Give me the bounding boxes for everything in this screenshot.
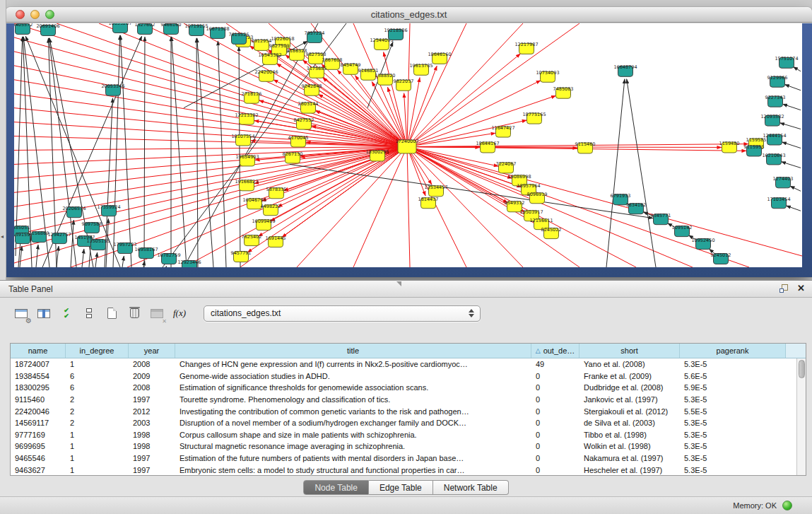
table-row[interactable]: 946554611997Estimation of the future num… — [11, 452, 796, 465]
table-cell[interactable]: Embryonic stem cells: a model to study s… — [175, 466, 531, 474]
table-cell[interactable]: Yano et al. (2008) — [579, 360, 680, 368]
table-cell[interactable]: Estimation of significance thresholds fo… — [175, 383, 531, 392]
zoom-window-button[interactable] — [45, 10, 54, 19]
table-cell[interactable]: Dudbridge et al. (2008) — [579, 383, 680, 392]
table-row[interactable]: 946362711997Embryonic stem cells: a mode… — [11, 464, 796, 475]
network-canvas[interactable]: 1724000798601238912954182260589827509818… — [14, 23, 802, 267]
function-builder-button[interactable]: f(x) — [170, 304, 189, 322]
table-cell[interactable]: 9699695 — [11, 442, 66, 450]
table-cell[interactable]: Nakamura et al. (1997) — [579, 454, 680, 462]
table-cell[interactable]: 1 — [66, 431, 129, 439]
table-cell[interactable]: 5.3E-5 — [680, 395, 786, 404]
table-cell[interactable]: 2012 — [129, 407, 175, 416]
table-row[interactable]: 1938455462009Genome-wide association stu… — [11, 370, 796, 382]
table-cell[interactable]: 5.3E-5 — [680, 431, 786, 439]
tab-node-table[interactable]: Node Table — [303, 480, 369, 495]
table-cell[interactable]: Franke et al. (2009) — [579, 372, 680, 380]
table-cell[interactable]: 1998 — [129, 431, 175, 439]
table-row[interactable]: 1830029562008Estimation of significance … — [11, 382, 796, 394]
table-cell[interactable]: Structural magnetic resonance image aver… — [175, 442, 531, 450]
table-cell[interactable]: 49 — [531, 360, 579, 368]
row-view-button[interactable] — [79, 304, 99, 322]
table-cell[interactable]: Disruption of a novel member of a sodium… — [175, 419, 531, 427]
table-row[interactable]: 2242004622012Investigating the contribut… — [11, 405, 796, 417]
table-cell[interactable]: 1 — [66, 466, 129, 474]
table-cell[interactable]: 2009 — [129, 372, 175, 380]
table-cell[interactable]: 6 — [66, 372, 129, 380]
network-graph[interactable]: 1724000798601238912954182260589827509818… — [14, 23, 802, 267]
table-cell[interactable]: 0 — [531, 442, 579, 450]
close-panel-button[interactable]: ✕ — [797, 283, 805, 293]
table-cell[interactable]: 14569117 — [11, 419, 66, 427]
scrollbar-thumb[interactable] — [799, 360, 805, 378]
table-cell[interactable]: 9463627 — [11, 466, 66, 474]
table-cell[interactable]: 1 — [66, 442, 129, 450]
column-header-out-degree[interactable]: △out_de… — [531, 344, 579, 358]
table-cell[interactable]: 2008 — [129, 383, 175, 392]
table-cell[interactable]: 2 — [66, 419, 129, 427]
table-row[interactable]: 911546021997Tourette syndrome. Phenomeno… — [11, 394, 796, 406]
table-cell[interactable]: 5.3E-5 — [680, 360, 786, 368]
window-titlebar[interactable]: citations_edges.txt — [6, 7, 812, 23]
table-cell[interactable]: 5.3E-5 — [680, 419, 786, 427]
table-cell[interactable]: Tourette syndrome. Phenomenology and cla… — [175, 395, 531, 404]
table-row[interactable]: 977716911998Corpus callosum shape and si… — [11, 429, 796, 441]
column-header-in-degree[interactable]: in_degree — [66, 344, 129, 358]
column-header-year[interactable]: year — [129, 344, 175, 358]
minimize-window-button[interactable] — [30, 10, 40, 19]
tab-edge-table[interactable]: Edge Table — [369, 480, 433, 495]
table-cell[interactable]: 5.5E-5 — [680, 407, 786, 416]
table-cell[interactable]: 1997 — [129, 395, 175, 404]
table-cell[interactable]: 1 — [66, 360, 129, 368]
table-cell[interactable]: 2 — [66, 407, 129, 416]
collapse-arrow-icon[interactable]: ◂ — [1, 233, 4, 240]
table-cell[interactable]: 1 — [66, 454, 129, 462]
table-cell[interactable]: 0 — [531, 431, 579, 439]
table-cell[interactable]: 9465546 — [11, 454, 66, 462]
table-scrollbar[interactable] — [796, 358, 806, 475]
table-cell[interactable]: 2 — [66, 395, 129, 404]
show-columns-button[interactable] — [34, 304, 54, 322]
table-cell[interactable]: 6 — [66, 383, 129, 392]
table-cell[interactable]: Investigating the contribution of common… — [175, 407, 531, 416]
tab-network-table[interactable]: Network Table — [433, 480, 509, 495]
table-cell[interactable]: de Silva et al. (2003) — [579, 419, 680, 427]
delete-button[interactable] — [124, 304, 144, 322]
table-cell[interactable]: Hescheler et al. (1997) — [579, 466, 680, 474]
table-cell[interactable]: Changes of HCN gene expression and I(f) … — [175, 360, 531, 368]
table-row[interactable]: 969969511998Structural magnetic resonanc… — [11, 440, 796, 452]
table-cell[interactable]: 0 — [531, 419, 579, 427]
table-cell[interactable]: Genome-wide association studies in ADHD. — [175, 372, 531, 380]
table-cell[interactable]: 1997 — [129, 466, 175, 474]
table-cell[interactable]: 5.9E-5 — [680, 383, 786, 392]
select-columns-button[interactable]: ✔✔ — [57, 304, 76, 322]
table-cell[interactable]: 19384554 — [11, 372, 66, 380]
column-header-pagerank[interactable]: pagerank — [680, 344, 786, 358]
close-window-button[interactable] — [16, 10, 25, 19]
table-cell[interactable]: 2008 — [129, 360, 175, 368]
column-header-short[interactable]: short — [579, 344, 680, 358]
column-header-name[interactable]: name — [11, 344, 66, 358]
table-cell[interactable]: Jankovic et al. (1997) — [579, 395, 680, 404]
table-cell[interactable]: 9777169 — [11, 431, 66, 439]
table-cell[interactable]: 0 — [531, 395, 579, 404]
table-selector-dropdown[interactable]: citations_edges.txt — [204, 305, 481, 322]
table-cell[interactable]: 1998 — [129, 442, 175, 450]
new-file-button[interactable] — [102, 304, 122, 322]
table-cell[interactable]: Wolkin et al. (1998) — [579, 442, 680, 450]
table-row[interactable]: 1456911722003Disruption of a novel membe… — [11, 417, 796, 429]
table-cell[interactable]: 5.3E-5 — [680, 442, 786, 450]
table-cell[interactable]: 0 — [531, 383, 579, 392]
table-cell[interactable]: Corpus callosum shape and size in male p… — [175, 431, 531, 439]
table-cell[interactable]: 18724007 — [11, 360, 66, 368]
table-cell[interactable]: 0 — [531, 372, 579, 380]
table-cell[interactable]: 5.3E-5 — [680, 454, 786, 462]
table-cell[interactable]: 0 — [531, 407, 579, 416]
table-cell[interactable]: 9115460 — [11, 395, 66, 404]
table-cell[interactable]: 0 — [531, 466, 579, 474]
table-cell[interactable]: 22420046 — [11, 407, 66, 416]
table-cell[interactable]: 5.6E-5 — [680, 372, 786, 380]
table-row[interactable]: 1872400712008Changes of HCN gene express… — [11, 358, 796, 370]
table-cell[interactable]: 1997 — [129, 454, 175, 462]
table-cell[interactable]: 2003 — [129, 419, 175, 427]
